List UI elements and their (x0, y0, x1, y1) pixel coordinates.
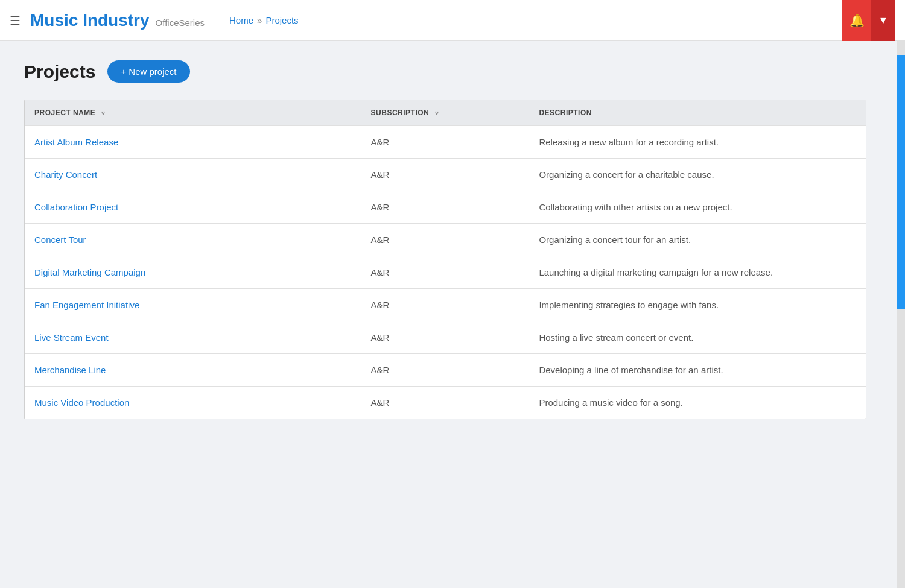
cell-project-name: Charity Concert (25, 159, 361, 191)
menu-icon[interactable]: ☰ (10, 13, 21, 28)
table-body: Artist Album ReleaseA&RReleasing a new a… (25, 126, 866, 419)
table-row: Live Stream EventA&RHosting a live strea… (25, 321, 866, 354)
column-project-name: PROJECT NAME ▿ (25, 100, 361, 126)
breadcrumb-separator: » (257, 15, 262, 25)
table-row: Merchandise LineA&RDeveloping a line of … (25, 354, 866, 387)
page-header: Projects + New project (24, 60, 881, 83)
cell-project-name: Merchandise Line (25, 354, 361, 387)
table-row: Artist Album ReleaseA&RReleasing a new a… (25, 126, 866, 159)
cell-description: Launching a digital marketing campaign f… (529, 256, 866, 289)
chevron-down-icon: ▼ (878, 15, 888, 26)
cell-description: Organizing a concert for a charitable ca… (529, 159, 866, 191)
column-description: DESCRIPTION (529, 100, 866, 126)
table-row: Collaboration ProjectA&RCollaborating wi… (25, 191, 866, 224)
cell-description: Collaborating with other artists on a ne… (529, 191, 866, 224)
project-name-link[interactable]: Merchandise Line (34, 365, 106, 375)
cell-subscription: A&R (361, 354, 530, 387)
filter-icon-project-name[interactable]: ▿ (101, 109, 106, 117)
projects-table-container: PROJECT NAME ▿ SUBSCRIPTION ▿ DESCRIPTIO… (24, 100, 866, 419)
project-name-link[interactable]: Charity Concert (34, 169, 97, 180)
table-header: PROJECT NAME ▿ SUBSCRIPTION ▿ DESCRIPTIO… (25, 100, 866, 126)
app-header: ☰ Music Industry OfficeSeries Home » Pro… (0, 0, 905, 41)
project-name-link[interactable]: Digital Marketing Campaign (34, 267, 145, 277)
breadcrumb-current[interactable]: Projects (265, 15, 298, 25)
page-title: Projects (24, 62, 95, 82)
bell-icon: 🔔 (849, 13, 865, 28)
table-row: Music Video ProductionA&RProducing a mus… (25, 387, 866, 419)
table-row: Concert TourA&ROrganizing a concert tour… (25, 224, 866, 256)
cell-project-name: Artist Album Release (25, 126, 361, 159)
cell-project-name: Live Stream Event (25, 321, 361, 354)
filter-icon-subscription[interactable]: ▿ (435, 109, 439, 117)
cell-project-name: Concert Tour (25, 224, 361, 256)
cell-subscription: A&R (361, 256, 530, 289)
notification-button[interactable]: 🔔 (842, 0, 871, 41)
table-row: Digital Marketing CampaignA&RLaunching a… (25, 256, 866, 289)
project-name-link[interactable]: Artist Album Release (34, 137, 118, 147)
cell-project-name: Music Video Production (25, 387, 361, 419)
project-name-link[interactable]: Music Video Production (34, 397, 129, 408)
breadcrumb: Home » Projects (229, 15, 299, 25)
cell-subscription: A&R (361, 289, 530, 321)
cell-subscription: A&R (361, 191, 530, 224)
cell-project-name: Digital Marketing Campaign (25, 256, 361, 289)
table-row: Fan Engagement InitiativeA&RImplementing… (25, 289, 866, 321)
cell-project-name: Fan Engagement Initiative (25, 289, 361, 321)
cell-description: Implementing strategies to engage with f… (529, 289, 866, 321)
project-name-link[interactable]: Fan Engagement Initiative (34, 300, 139, 310)
header-actions: 🔔 ▼ (842, 0, 895, 41)
projects-table: PROJECT NAME ▿ SUBSCRIPTION ▿ DESCRIPTIO… (25, 100, 866, 419)
cell-subscription: A&R (361, 321, 530, 354)
cell-description: Producing a music video for a song. (529, 387, 866, 419)
cell-description: Hosting a live stream concert or event. (529, 321, 866, 354)
cell-description: Organizing a concert tour for an artist. (529, 224, 866, 256)
new-project-button[interactable]: + New project (107, 60, 189, 83)
breadcrumb-home[interactable]: Home (229, 15, 253, 25)
cell-subscription: A&R (361, 159, 530, 191)
user-dropdown-button[interactable]: ▼ (871, 0, 895, 41)
table-row: Charity ConcertA&ROrganizing a concert f… (25, 159, 866, 191)
project-name-link[interactable]: Collaboration Project (34, 202, 118, 212)
column-subscription: SUBSCRIPTION ▿ (361, 100, 530, 126)
cell-description: Releasing a new album for a recording ar… (529, 126, 866, 159)
brand: Music Industry OfficeSeries (30, 11, 217, 30)
cell-subscription: A&R (361, 224, 530, 256)
main-content: Projects + New project PROJECT NAME ▿ SU… (0, 41, 905, 438)
cell-project-name: Collaboration Project (25, 191, 361, 224)
project-name-link[interactable]: Concert Tour (34, 235, 86, 245)
cell-subscription: A&R (361, 387, 530, 419)
project-name-link[interactable]: Live Stream Event (34, 332, 109, 343)
brand-subtitle: OfficeSeries (156, 17, 205, 28)
cell-description: Developing a line of merchandise for an … (529, 354, 866, 387)
cell-subscription: A&R (361, 126, 530, 159)
brand-title: Music Industry (30, 11, 150, 30)
